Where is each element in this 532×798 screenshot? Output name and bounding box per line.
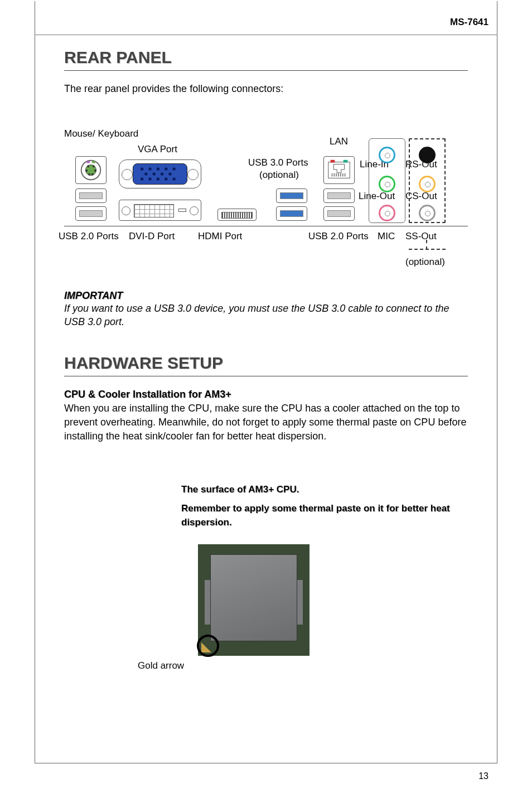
panel-baseline [64,226,468,226]
important-heading: IMPORTANT [64,290,468,302]
rs-out-jack-icon [419,147,436,163]
label-usb3: USB 3.0 Ports [248,157,308,168]
page-number: 13 [478,771,489,781]
usb2-port-icon [323,206,355,221]
optional-bracket-tick-icon [426,240,427,250]
cpu-caption-line2: Remember to apply some thermal paste on … [181,501,468,530]
cs-out-jack-icon [419,176,436,192]
usb2-port-icon [75,206,107,221]
important-text: If you want to use a USB 3.0 device, you… [64,302,468,329]
svg-point-16 [153,172,156,175]
optional-bracket-icon [409,249,446,250]
svg-point-21 [157,177,159,180]
usb2-port-icon [75,188,107,203]
doc-code: MS-7641 [450,17,489,28]
label-mouse-keyboard: Mouse/ Keyboard [64,128,138,139]
cpu-tab-icon [297,580,303,625]
svg-rect-26 [344,160,348,163]
title-rule-1 [64,70,468,71]
rear-panel-diagram: Mouse/ Keyboard VGA Port USB 3.0 Ports (… [64,128,468,273]
title-rule-2 [64,376,468,376]
cpu-tab-icon [205,580,210,625]
svg-point-23 [173,177,176,180]
label-usb3-optional: (optional) [259,170,299,181]
section-title-hardware-setup: HARDWARE SETUP [64,354,468,373]
svg-point-13 [165,167,167,170]
cpu-illustration [198,544,309,656]
svg-point-11 [148,167,151,170]
svg-point-7 [91,173,94,176]
label-hdmi: HDMI Port [198,231,242,242]
usb3-port-icon [276,188,307,203]
section-title-rear-panel: REAR PANEL [64,48,468,67]
lan-port-icon [323,156,355,184]
label-vga: VGA Port [138,144,177,155]
svg-point-18 [168,172,171,175]
svg-point-3 [93,165,95,167]
svg-point-22 [165,177,167,180]
label-usb2-right: USB 2.0 Ports [308,231,369,242]
dvi-port-icon [119,200,201,221]
svg-point-20 [148,177,151,180]
line-in-jack-icon [379,147,395,163]
usb3-port-icon [276,206,307,221]
ps2-port-icon [75,156,107,184]
label-dvi: DVI-D Port [129,231,175,242]
rear-panel-intro: The rear panel provides the following co… [64,83,468,95]
svg-point-6 [88,173,90,176]
mic-jack-icon [379,205,395,221]
label-usb2-left: USB 2.0 Ports [59,231,119,242]
svg-rect-25 [331,160,335,163]
vga-port-icon [119,159,201,188]
line-out-jack-icon [379,176,395,192]
hdmi-port-icon [217,209,257,221]
svg-point-12 [157,167,159,170]
usb2-port-icon [323,188,355,203]
svg-point-10 [141,167,143,170]
label-mic: MIC [378,231,395,242]
svg-point-19 [141,177,143,180]
gold-arrow-label: Gold arrow [138,660,184,671]
svg-rect-9 [92,161,95,163]
svg-point-4 [85,170,88,172]
svg-point-2 [87,165,89,167]
label-ss-out: SS-Out [405,231,437,242]
svg-point-15 [144,172,147,175]
ss-out-jack-icon [419,205,436,221]
svg-point-14 [173,167,176,170]
label-optional: (optional) [405,257,445,268]
cpu-caption-line1: The surface of AM3+ CPU. [181,482,468,497]
cpu-caption: The surface of AM3+ CPU. Remember to app… [181,482,468,530]
header-rule [35,35,497,35]
svg-point-5 [94,170,96,172]
svg-point-17 [161,172,163,175]
gold-arrow-highlight-circle-icon [197,635,219,657]
cpu-ihs-icon [210,554,297,641]
cpu-install-heading: CPU & Cooler Installation for AM3+ [64,389,468,400]
cpu-install-text: When you are installing the CPU, make su… [64,402,468,444]
svg-rect-8 [86,161,90,163]
label-lan: LAN [330,136,348,147]
